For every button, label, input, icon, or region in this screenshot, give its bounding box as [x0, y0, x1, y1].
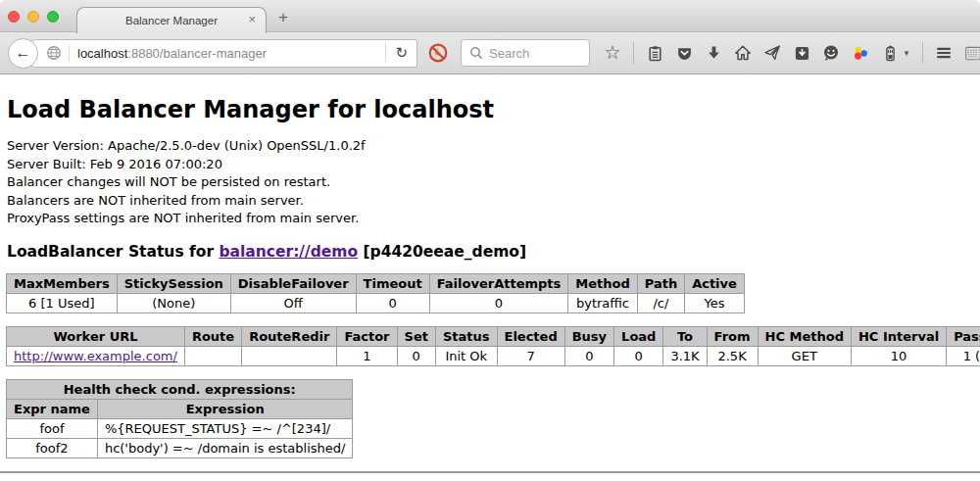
active-value: Yes [685, 293, 745, 313]
health-check-table-title: Health check cond. expressions: [7, 379, 353, 399]
hc-interval-value: 10 [851, 346, 946, 365]
failover-attempts-value: 0 [429, 293, 568, 313]
search-input[interactable]: Search [489, 46, 529, 61]
overflow-caret-icon[interactable]: ▾ [903, 44, 910, 62]
column-header: MaxMembers [7, 273, 118, 293]
close-window-button[interactable] [8, 11, 20, 23]
search-bar[interactable]: Search [461, 39, 590, 67]
notice-line: Balancer changes will NOT be persisted o… [7, 173, 980, 192]
toolbar-separator [633, 42, 634, 64]
save-to-box-icon[interactable] [793, 44, 810, 62]
download-arrow-icon[interactable] [705, 44, 722, 62]
column-header: Factor [337, 326, 397, 346]
back-button[interactable]: ← [8, 38, 38, 69]
bookmarks-clipboard-icon[interactable] [646, 44, 663, 62]
keyboard-extension-icon[interactable] [964, 44, 980, 62]
busy-value: 0 [564, 346, 613, 365]
titlebar: Balancer Manager × + [0, 0, 980, 32]
reload-icon[interactable]: ↻ [385, 43, 416, 63]
column-header: Busy [564, 326, 613, 346]
status-heading-prefix: LoadBalancer Status for [7, 243, 219, 261]
expression-value: hc('body') =~ /domain is established/ [97, 438, 353, 457]
column-header: RouteRedir [242, 326, 337, 346]
battery-extension-icon[interactable] [881, 44, 899, 62]
set-value: 0 [397, 346, 435, 365]
table-row: foof %{REQUEST_STATUS} =~ /^[234]/ [7, 418, 353, 438]
send-plane-icon[interactable] [763, 44, 781, 62]
tab-title: Balancer Manager [125, 15, 218, 26]
table-row: 6 [1 Used] (None) Off 0 0 bytraffic /c/ … [7, 293, 745, 313]
window-controls [8, 11, 59, 23]
server-info: Server Version: Apache/2.5.0-dev (Unix) … [7, 137, 980, 228]
search-icon [469, 46, 483, 60]
home-icon[interactable] [734, 44, 752, 62]
path-value: /c/ [637, 293, 684, 313]
site-identity-globe-icon[interactable] [46, 45, 70, 61]
column-header: Active [685, 273, 745, 293]
column-header: StickySession [117, 273, 230, 293]
colored-dots-extension-icon[interactable] [852, 44, 869, 62]
passes-value: 1 (0) [947, 346, 980, 365]
route-redir-value [242, 346, 337, 365]
max-members-value: 6 [1 Used] [7, 293, 118, 313]
url-domain: localhost [77, 46, 127, 61]
menu-hamburger-icon[interactable] [935, 44, 953, 62]
toolbar-separator [922, 42, 923, 64]
elected-value: 7 [497, 346, 564, 365]
disable-failover-value: Off [230, 293, 356, 313]
expr-name-value: foof2 [7, 438, 98, 457]
zoom-window-button[interactable] [47, 11, 59, 23]
load-value: 0 [614, 346, 663, 365]
column-header: From [707, 326, 758, 346]
factor-value: 1 [337, 346, 397, 365]
tab-close-icon[interactable]: × [248, 13, 256, 26]
navigation-toolbar: ← localhost:8880/balancer-manager ↻ [0, 32, 980, 74]
server-version-line: Server Version: Apache/2.5.0-dev (Unix) … [7, 137, 980, 156]
column-header: Passes [947, 326, 980, 346]
balancer-demo-link[interactable]: balancer://demo [219, 243, 358, 261]
expr-name-value: foof [7, 418, 98, 438]
column-header: FailoverAttempts [429, 273, 568, 293]
column-header: Route [184, 326, 241, 346]
table-row: foof2 hc('body') =~ /domain is establish… [7, 438, 353, 457]
column-header: DisableFailover [230, 273, 356, 293]
column-header: Set [397, 326, 435, 346]
health-check-table: Health check cond. expressions: Expr nam… [6, 379, 353, 458]
browser-window: Balancer Manager × + ← localhost:8880/ba… [0, 0, 980, 481]
page-content: Load Balancer Manager for localhost Serv… [0, 96, 980, 481]
timeout-value: 0 [356, 293, 429, 313]
toolbar-icons: ☆ [604, 42, 980, 64]
column-header: HC Method [758, 326, 851, 346]
column-header: Timeout [356, 273, 429, 293]
plugin-blocked-icon[interactable] [427, 42, 449, 64]
worker-url-link[interactable]: http://www.example.com/ [14, 349, 177, 363]
minimize-window-button[interactable] [27, 11, 39, 23]
hc-method-value: GET [758, 346, 851, 365]
url-text[interactable]: localhost:8880/balancer-manager [77, 46, 385, 61]
table-header-row: MaxMembers StickySession DisableFailover… [7, 273, 745, 293]
column-header: Elected [497, 326, 564, 346]
to-value: 3.1K [663, 346, 707, 365]
table-header-row: Worker URL Route RouteRedir Factor Set S… [7, 326, 980, 346]
table-header-row: Expr name Expression [7, 399, 353, 418]
tab-balancer-manager[interactable]: Balancer Manager × [76, 7, 267, 33]
feedback-smiley-icon[interactable] [822, 44, 840, 62]
column-header: Expr name [7, 399, 98, 418]
from-value: 2.5K [707, 346, 758, 365]
table-row: http://www.example.com/ 1 0 Init Ok 7 0 … [7, 346, 980, 365]
pocket-icon[interactable] [675, 44, 693, 62]
table-title-row: Health check cond. expressions: [7, 379, 353, 399]
page-title: Load Balancer Manager for localhost [7, 96, 980, 123]
worker-url-cell: http://www.example.com/ [7, 346, 185, 365]
worker-table: Worker URL Route RouteRedir Factor Set S… [6, 326, 980, 366]
notice-line: Balancers are NOT inherited from main se… [7, 192, 980, 211]
notice-line: ProxyPass settings are NOT inherited fro… [7, 210, 980, 228]
column-header: Worker URL [7, 326, 185, 346]
url-path: :8880/balancer-manager [127, 46, 267, 61]
footer-divider [0, 471, 980, 473]
bookmark-star-icon[interactable]: ☆ [604, 44, 621, 62]
url-bar[interactable]: localhost:8880/balancer-manager ↻ [22, 39, 417, 68]
column-header: HC Interval [851, 326, 946, 346]
column-header: Status [435, 326, 497, 346]
new-tab-button[interactable]: + [278, 8, 288, 27]
